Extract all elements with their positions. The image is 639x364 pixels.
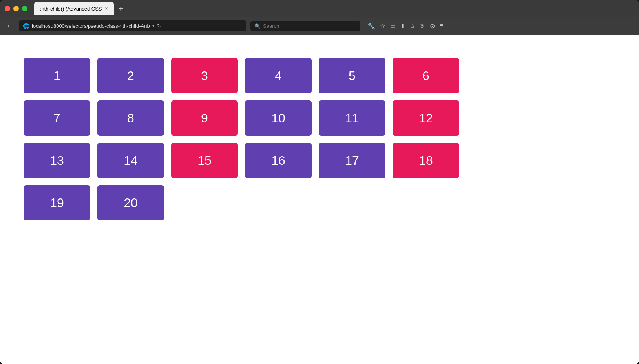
window-controls [5,6,27,11]
tab-title: :nth-child() (Advanced CSS [40,6,102,12]
grid-item: 15 [171,143,238,178]
grid-item: 2 [97,58,164,93]
maximize-button[interactable] [22,6,27,11]
grid-item: 14 [97,143,164,178]
toolbar-icons: 🔧 ☆ ☰ ⬇ ⌂ ☺ ⊘ ≡ [367,22,443,30]
grid-item: 18 [393,143,459,178]
home-icon[interactable]: ⌂ [410,22,414,29]
grid-item: 17 [319,143,385,178]
reload-icon[interactable]: ↻ [157,23,162,29]
grid-item: 16 [245,143,312,178]
grid-item: 19 [24,185,90,220]
search-icon: 🔍 [254,23,261,29]
grid-item: 6 [393,58,459,93]
content-area: 1234567891011121314151617181920 [0,35,639,364]
minimize-button[interactable] [13,6,19,11]
wrench-icon[interactable]: 🔧 [367,22,375,30]
grid-item: 12 [393,100,459,136]
grid-item: 9 [171,100,238,136]
title-bar: :nth-child() (Advanced CSS × + [0,0,639,17]
grid-item: 4 [245,58,312,93]
grid-item: 20 [97,185,164,220]
smiley-icon[interactable]: ☺ [419,22,425,29]
globe-icon: 🌐 [23,23,29,29]
forbidden-icon[interactable]: ⊘ [430,22,435,30]
grid-item: 11 [319,100,385,136]
grid-item: 5 [319,58,385,93]
back-button[interactable]: ← [5,20,15,32]
browser-window: :nth-child() (Advanced CSS × + ← 🌐 local… [0,0,639,364]
new-tab-button[interactable]: + [116,3,127,15]
list-icon[interactable]: ☰ [390,22,396,30]
grid-item: 13 [24,143,90,178]
menu-icon[interactable]: ≡ [440,22,443,29]
download-icon[interactable]: ⬇ [400,22,405,30]
grid-item: 8 [97,100,164,136]
search-bar[interactable]: 🔍 [250,21,360,31]
close-button[interactable] [5,6,10,11]
address-bar: ← 🌐 localhost:8000/selectors/pseudo-clas… [0,17,639,35]
url-dropdown-icon[interactable]: ▾ [152,24,155,29]
grid-item: 7 [24,100,90,136]
tab-bar: :nth-child() (Advanced CSS × + [34,2,634,15]
active-tab[interactable]: :nth-child() (Advanced CSS × [34,2,114,15]
url-text: localhost:8000/selectors/pseudo-class-nt… [32,23,150,29]
grid-container: 1234567891011121314151617181920 [24,58,518,220]
search-input[interactable] [263,23,356,29]
url-bar[interactable]: 🌐 localhost:8000/selectors/pseudo-class-… [19,20,246,31]
grid-item: 3 [171,58,238,93]
star-icon[interactable]: ☆ [380,22,385,30]
grid-item: 1 [24,58,90,93]
grid-item: 10 [245,100,312,136]
tab-close-icon[interactable]: × [105,6,108,11]
